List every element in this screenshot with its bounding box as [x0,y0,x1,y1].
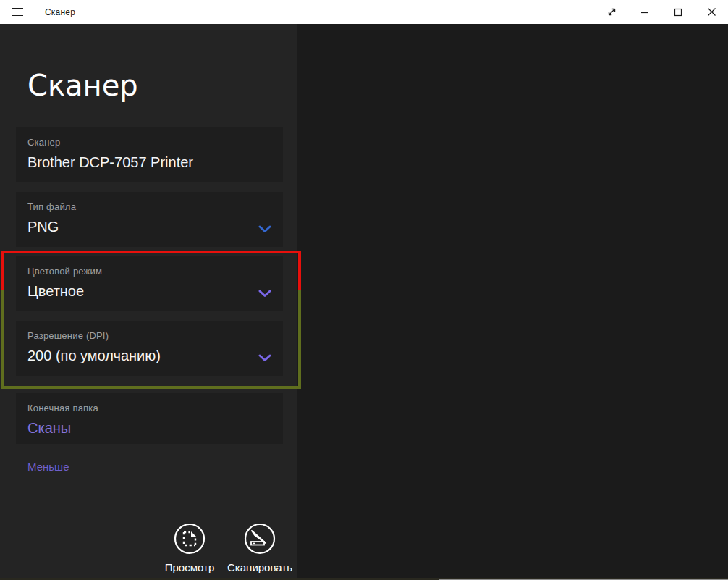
dpi-label: Разрешение (DPI) [27,330,271,341]
fullscreen-icon [606,7,617,17]
hamburger-icon [12,5,23,18]
scan-preview-area [297,24,728,580]
file-type-dropdown[interactable]: Тип файла PNG [16,192,283,247]
color-mode-value: Цветное [27,283,271,300]
settings-panel: Сканер Сканер Brother DCP-7057 Printer Т… [0,24,297,580]
show-less-link[interactable]: Меньше [27,461,69,473]
scan-button[interactable]: Сканировать [216,522,303,573]
fullscreen-button[interactable] [595,0,628,24]
app-body: Сканер Сканер Brother DCP-7057 Printer Т… [0,24,728,580]
menu-button[interactable] [0,0,35,24]
page-title: Сканер [27,69,138,102]
chevron-down-icon [258,225,271,233]
scanner-name-value: Brother DCP-7057 Printer [27,154,271,171]
minimize-icon [640,8,649,17]
scan-icon [243,522,276,555]
chevron-down-icon [258,354,271,362]
maximize-button[interactable] [661,0,695,24]
close-button[interactable] [695,0,728,24]
destination-folder-label: Конечная папка [27,403,271,413]
minimize-button[interactable] [628,0,661,24]
maximize-icon [674,8,682,17]
preview-icon [173,522,206,555]
destination-folder-field: Конечная папка Сканы [16,393,283,444]
scanner-name-field: Сканер Brother DCP-7057 Printer [16,127,283,182]
dpi-dropdown[interactable]: Разрешение (DPI) 200 (по умолчанию) [16,321,283,376]
scan-button-label: Сканировать [216,561,303,573]
file-type-value: PNG [27,219,271,235]
destination-folder-link[interactable]: Сканы [27,420,71,437]
titlebar: Сканер [0,0,728,24]
scanner-app-window: Сканер Сканер [0,0,728,580]
window-title: Сканер [45,7,75,17]
dpi-value: 200 (по умолчанию) [27,348,271,364]
close-icon [707,7,716,17]
color-mode-dropdown[interactable]: Цветовой режим Цветное [16,256,283,311]
chevron-down-icon [258,290,271,298]
scanner-name-label: Сканер [27,137,271,148]
color-mode-label: Цветовой режим [27,266,271,277]
file-type-label: Тип файла [27,201,271,212]
